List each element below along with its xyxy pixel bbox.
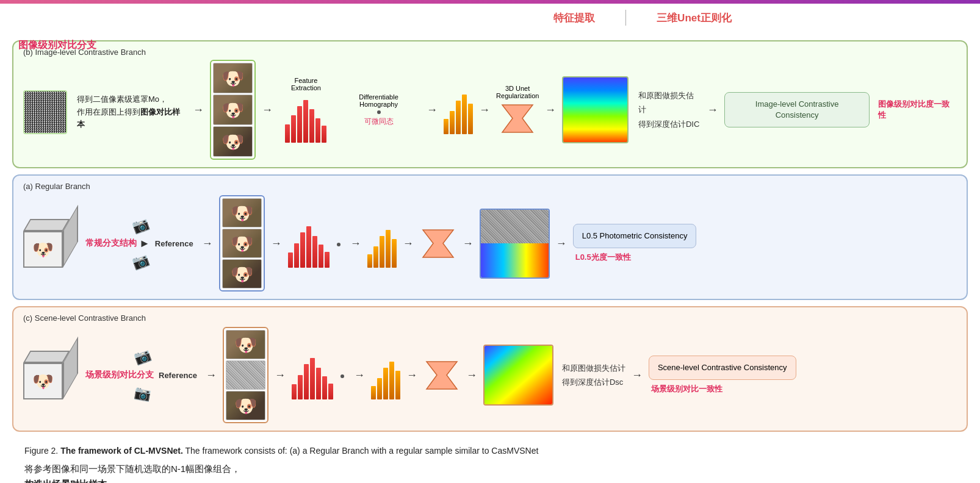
branch-c-right-title: 场景级别对比一致性 — [651, 384, 722, 395]
arrow-c3: → — [354, 369, 365, 382]
orange-bars-c — [371, 351, 400, 399]
dog-img-a3 — [222, 259, 262, 288]
arrow-c1: → — [206, 369, 217, 382]
feature-bars-a — [288, 219, 330, 268]
right-annotation-b: 和原图做损失估计 得到深度估计DIC — [638, 88, 701, 131]
camera-top-c: 📷 — [132, 346, 153, 367]
branch-b-right-title: 图像级别对比度一致性 — [878, 99, 957, 121]
dog-img-c3 — [226, 391, 265, 420]
main-container: 特征提取 三维Unet正则化 图像级别对比分支 (b) Image-level … — [0, 4, 980, 483]
arrow-c6: → — [632, 369, 643, 382]
caption-chinese-2: 构造出场景对比样本 — [24, 476, 956, 483]
col-header-unet: 三维Unet正则化 — [626, 11, 762, 25]
branch-a-content: 🐶 📷 常规分支结构 ► Reference 📷 → — [23, 195, 957, 292]
camera-top-a: 📷 — [130, 215, 151, 236]
output-c-inner — [485, 346, 552, 404]
branch-a-box: (a) Regular Branch 🐶 📷 常规分支结构 ► Referenc… — [12, 174, 968, 300]
figure-caption: Figure 2. The framework of CL-MVSNet. Th… — [12, 439, 968, 483]
branch-b-source — [23, 90, 67, 134]
right-annotation-c: 和原图做损失估计 得到深度估计Dsc — [562, 361, 625, 390]
consistency-b: Image-level Contrastive Consistency — [724, 92, 870, 127]
3d-box-c: 🐶 — [23, 351, 78, 399]
dog-img-a2 — [222, 229, 262, 258]
branch-a-right-title: L0.5光度一致性 — [575, 252, 631, 263]
dog-img-3 — [213, 126, 253, 157]
branch-c-label: (c) Scene-level Contrastive Branch — [23, 313, 146, 323]
camera-bottom-c: 📷 — [133, 384, 152, 402]
output-a-top — [481, 210, 549, 244]
caption-chinese-1: 将参考图像和同一场景下随机选取的N-1幅图像组合， — [24, 461, 956, 477]
dog-img-2 — [213, 95, 253, 125]
col-header-feature: 特征提取 — [523, 11, 625, 25]
svg-marker-1 — [423, 230, 453, 257]
arrow-a2: → — [271, 237, 282, 250]
arrow-a1: → — [202, 237, 213, 250]
dot-a — [337, 238, 340, 249]
noisy-image — [23, 90, 67, 134]
ref-label-c: Reference — [159, 371, 197, 380]
dot-b — [377, 110, 381, 114]
feature-bars-b — [285, 94, 326, 143]
dog-img-1 — [213, 63, 253, 93]
branch-b-img-stack — [210, 60, 256, 160]
diff-homo-b: Differentiable Homography 可微同态 — [339, 93, 418, 127]
feature-extraction-b: Feature Extraction — [279, 77, 333, 143]
branch-a-label: (a) Regular Branch — [23, 182, 90, 191]
dog-img-a1 — [222, 198, 262, 227]
output-b — [562, 76, 629, 143]
branch-c-box: (c) Scene-level Contrastive Branch 🐶 📷 场… — [12, 306, 968, 432]
output-a — [480, 209, 550, 279]
orange-feature-bars-b — [444, 85, 473, 134]
camera-group-a: 📷 常规分支结构 ► Reference 📷 — [85, 218, 196, 270]
arrow-2: → — [262, 104, 273, 116]
feature-bars-c — [292, 351, 333, 399]
arrow-a6: → — [556, 237, 567, 250]
arrow-c4: → — [406, 369, 417, 382]
branch-b-content: 得到二值像素级遮罩Mo， 作用在原图上得到图像对比样本 → → Feature … — [23, 60, 957, 160]
consistency-c: Scene-level Contrastive Consistency — [649, 356, 796, 380]
arrow-3: → — [427, 104, 438, 116]
branch-b-wrapper: 图像级别对比分支 (b) Image-level Contrastive Bra… — [12, 40, 968, 168]
output-c — [483, 345, 553, 406]
hourglass-a — [420, 227, 456, 260]
branch-a-img-stack — [219, 195, 265, 292]
arrow-a3: → — [350, 237, 361, 250]
orange-bars-a — [367, 219, 397, 268]
hourglass-b — [499, 102, 536, 135]
arrow-right-a: ► — [139, 237, 150, 250]
svg-marker-0 — [502, 105, 533, 132]
output-a-bottom — [481, 243, 549, 277]
arrow-a5: → — [463, 237, 474, 250]
column-headers: 特征提取 三维Unet正则化 — [317, 10, 968, 26]
consistency-a: L0.5 Photometric Consistency — [573, 224, 697, 248]
dot-c — [340, 370, 344, 381]
3d-box-a: 🐶 — [23, 219, 78, 268]
arrow-5: → — [545, 104, 556, 116]
arrow-a4: → — [403, 237, 414, 250]
consistency-c-group: Scene-level Contrastive Consistency 场景级别… — [649, 356, 796, 395]
svg-marker-2 — [427, 362, 457, 389]
ref-label-a: Reference — [155, 239, 193, 248]
camera-bottom-a: 📷 — [130, 251, 151, 272]
consistency-a-group: L0.5 Photometric Consistency L0.5光度一致性 — [573, 224, 697, 263]
hourglass-c — [423, 359, 460, 392]
arrow-4: → — [479, 104, 490, 116]
caption-line1: Figure 2. The framework of CL-MVSNet. Th… — [24, 444, 956, 459]
camera-group-c: 📷 场景级别对比分支 Reference 📷 — [85, 349, 200, 401]
dog-img-c2 — [226, 360, 265, 390]
branch-b-box: (b) Image-level Contrastive Branch 得到二值像… — [12, 40, 968, 168]
arrow-6: → — [707, 104, 718, 116]
arrow-c5: → — [466, 369, 477, 382]
dog-img-c1 — [226, 330, 265, 359]
arrow-c2: → — [275, 369, 286, 382]
unet-b: 3D Unet Regularization — [496, 85, 539, 135]
arrow-1: → — [193, 104, 204, 116]
orange-bars-b — [444, 85, 473, 134]
branch-c-img-stack — [223, 327, 268, 423]
branch-b-title-chinese: 图像级别对比分支 — [18, 39, 96, 52]
branch-b-desc: 得到二值像素级遮罩Mo， 作用在原图上得到图像对比样本 — [77, 93, 187, 131]
branch-c-content: 🐶 📷 场景级别对比分支 Reference 📷 → → — [23, 327, 957, 423]
